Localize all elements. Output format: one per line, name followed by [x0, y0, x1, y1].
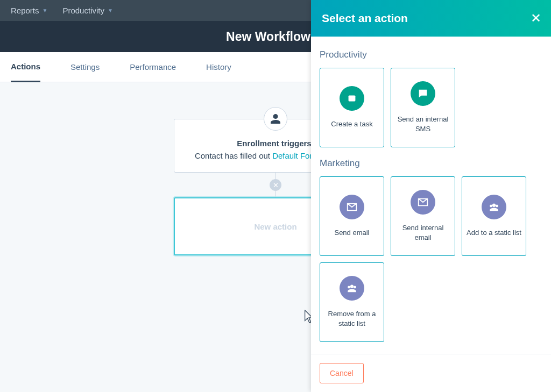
- section-title-productivity: Productivity: [320, 49, 542, 60]
- sms-icon: [411, 81, 435, 106]
- card-send-internal-sms[interactable]: Send an internal SMS: [391, 68, 455, 147]
- cancel-button[interactable]: Cancel: [320, 363, 364, 383]
- card-remove-static-list[interactable]: Remove from a static list: [320, 262, 384, 342]
- tab-settings[interactable]: Settings: [70, 53, 100, 81]
- tab-actions[interactable]: Actions: [11, 52, 40, 82]
- panel-title: Select an action: [322, 12, 408, 25]
- connector-line: ✕: [276, 173, 276, 197]
- card-label: Send an internal SMS: [395, 115, 450, 133]
- panel-header: Select an action ✕: [311, 0, 551, 37]
- card-label: Send internal email: [395, 223, 450, 242]
- enrollment-avatar: [264, 107, 287, 131]
- card-label: Create a task: [331, 119, 372, 129]
- card-row-marketing: Send email Send internal email Add to a …: [320, 176, 542, 342]
- group-icon: [340, 276, 364, 301]
- card-label: Remove from a static list: [324, 309, 379, 328]
- page-title: New Workflow: [226, 30, 310, 44]
- trigger-prefix: Contact has filled out: [195, 151, 272, 160]
- nav-item-label: Reports: [11, 6, 39, 15]
- mail-icon: [340, 195, 364, 219]
- card-send-email[interactable]: Send email: [320, 176, 384, 256]
- tab-performance[interactable]: Performance: [130, 53, 176, 81]
- nav-item-productivity[interactable]: Productivity ▼: [62, 6, 112, 15]
- card-row-productivity: Create a task Send an internal SMS: [320, 68, 542, 147]
- nav-item-label: Productivity: [62, 6, 104, 15]
- section-title-marketing: Marketing: [320, 158, 542, 169]
- nav-item-reports[interactable]: Reports ▼: [11, 6, 47, 15]
- group-icon: [482, 195, 506, 219]
- card-label: Add to a static list: [467, 228, 521, 238]
- panel-body: Productivity Create a task Send an inter…: [311, 37, 551, 354]
- delete-node-button[interactable]: ✕: [270, 179, 281, 191]
- task-icon: [340, 86, 364, 111]
- panel-footer: Cancel: [311, 354, 551, 392]
- card-send-internal-email[interactable]: Send internal email: [391, 176, 455, 256]
- close-icon: ✕: [273, 181, 279, 189]
- mail-icon: [411, 190, 435, 215]
- chevron-down-icon: ▼: [43, 8, 48, 13]
- close-icon[interactable]: ✕: [531, 11, 541, 26]
- card-create-task[interactable]: Create a task: [320, 68, 384, 147]
- card-add-static-list[interactable]: Add to a static list: [462, 176, 526, 256]
- person-icon: [270, 113, 281, 125]
- action-panel: Select an action ✕ Productivity Create a…: [311, 0, 551, 392]
- tab-history[interactable]: History: [206, 53, 231, 81]
- chevron-down-icon: ▼: [108, 8, 113, 13]
- new-action-label: New action: [254, 222, 296, 231]
- card-label: Send email: [334, 228, 369, 238]
- svg-rect-0: [349, 96, 356, 102]
